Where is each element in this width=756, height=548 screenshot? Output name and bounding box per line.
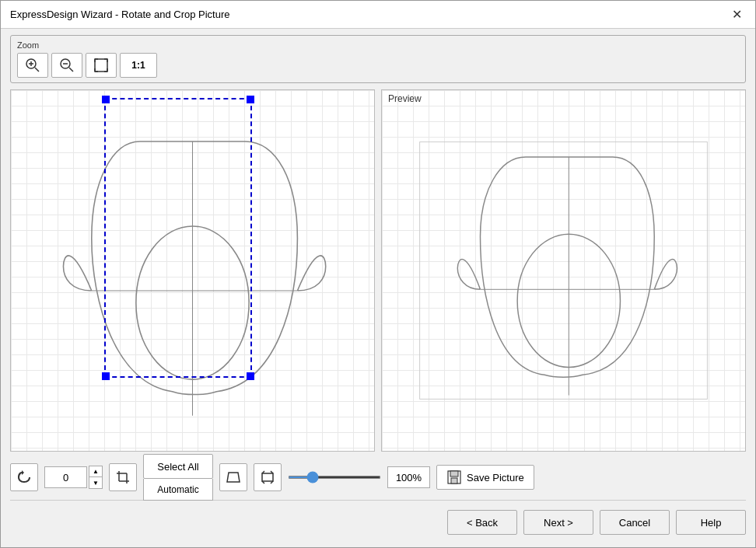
cancel-button[interactable]: Cancel [600,510,670,535]
spin-down-button[interactable]: ▼ [89,477,102,488]
perspective-icon [226,470,240,484]
save-picture-label: Save Picture [467,472,524,483]
zoom-fit-icon [93,58,109,73]
spin-buttons: ▲ ▼ [89,466,103,489]
zoom-slider-group [288,476,381,479]
help-button[interactable]: Help [676,510,746,535]
save-icon [446,469,462,485]
separator [10,500,746,501]
title-bar: ExpressDesign Wizard - Rotate and Crop P… [1,1,755,29]
content-area: Zoom [1,29,755,547]
svg-rect-28 [262,473,273,481]
fit-hoop-icon [261,470,275,484]
rotate-angle-input[interactable] [44,466,87,488]
svg-line-1 [35,68,39,72]
svg-rect-35 [451,478,457,483]
footer-row: < Back Next > Cancel Help [10,504,746,541]
zoom-slider[interactable] [288,476,381,479]
main-window: ExpressDesign Wizard - Rotate and Crop P… [0,0,756,548]
svg-rect-7 [95,59,107,72]
zoom-percent-display: 100% [387,466,430,488]
back-button[interactable]: < Back [447,510,517,535]
window-title: ExpressDesign Wizard - Rotate and Crop P… [10,9,230,20]
automatic-option[interactable]: Automatic [143,479,213,501]
crop-icon [116,470,130,484]
preview-shape-svg [382,90,745,451]
zoom-group: Zoom [10,35,746,83]
fit-to-hoop-button[interactable] [254,463,282,491]
close-button[interactable]: ✕ [727,5,746,24]
toolbar-row: ▲ ▼ Select All Automatic [10,458,746,497]
preview-canvas: Preview [381,89,746,452]
zoom-out-icon [59,58,75,73]
edit-canvas [10,89,375,452]
perspective-button[interactable] [219,463,247,491]
rotate-button[interactable] [10,463,38,491]
canvases-row: Preview [10,89,746,452]
svg-rect-34 [450,471,458,476]
svg-rect-19 [420,142,708,400]
crop-button[interactable] [109,463,137,491]
zoom-in-icon [25,58,40,73]
select-all-dropdown: Select All Automatic [143,454,213,501]
zoom-in-button[interactable] [17,53,48,78]
select-all-button[interactable]: Select All [143,454,213,479]
edit-shape-svg [11,90,374,451]
save-picture-button[interactable]: Save Picture [436,465,534,490]
spin-up-button[interactable]: ▲ [89,466,102,477]
next-button[interactable]: Next > [523,510,593,535]
zoom-label: Zoom [17,40,739,50]
svg-line-5 [69,68,73,72]
actual-size-button[interactable]: 1:1 [120,53,157,78]
zoom-out-button[interactable] [51,53,82,78]
zoom-fit-button[interactable] [86,53,117,78]
svg-marker-27 [227,473,240,482]
rotate-input-group: ▲ ▼ [44,466,103,489]
zoom-buttons: 1:1 [17,53,739,78]
rotate-icon [17,470,31,484]
